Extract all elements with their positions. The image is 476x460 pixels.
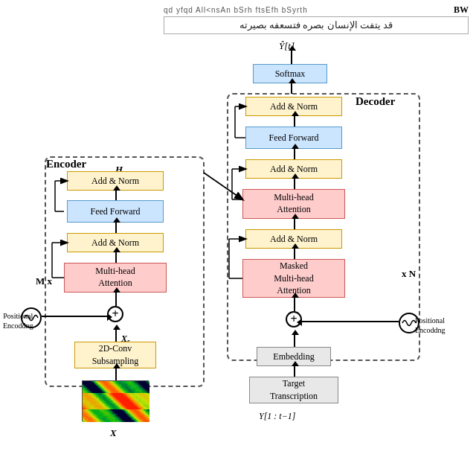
arrow-softmax-up [291,83,292,94]
arrow-dec-6 [294,298,295,311]
spectrogram [82,380,149,421]
arrow-enc-3 [115,252,117,263]
y-input-label: Y[1 : t−1] [259,411,295,422]
small-text: qd yfqd All<nsAn bSrh ftsEfh bSyrth [164,6,308,14]
arrow-dec-7 [294,335,295,347]
dec-pos-arrow [302,321,399,322]
top-bar: qd yfqd All<nsAn bSrh ftsEfh bSyrth BW [164,4,469,16]
target-transcription-box: Target Transcription [249,377,338,403]
arrow-enc-2 [115,223,117,233]
encoder-positional-label: Positional Encoddng [3,311,33,330]
arrow-enc-4 [115,293,117,306]
encoder-repeat-label: M x [36,275,52,287]
x-label: X [110,427,117,439]
decoder-repeat-label: x N [402,268,416,280]
arabic-bar: قد يتفت الإنسان بصره فتسعفه بصيرته [164,16,469,34]
decoder-positional-label: Positional Encoddng [415,316,446,335]
enc-pos-arrow [42,316,107,317]
encoder-title: Encoder [46,158,86,170]
arrow-enc-1 [115,191,117,200]
arrow-dec-1 [294,116,295,127]
arrow-dec-2 [294,149,295,159]
diagram: qd yfqd All<nsAn bSrh ftsEfh bSyrth BW ق… [0,0,476,460]
arrow-dec-3 [294,179,295,189]
arrow-enc-6 [115,368,117,380]
arrow-dec-8 [294,366,295,377]
arrow-to-arabic [291,51,292,64]
arrow-enc-5 [115,330,117,342]
decoder-title: Decoder [356,95,395,108]
arrow-dec-5 [294,249,295,259]
arrow-dec-4 [294,219,295,229]
bw-label: BW [454,4,469,16]
